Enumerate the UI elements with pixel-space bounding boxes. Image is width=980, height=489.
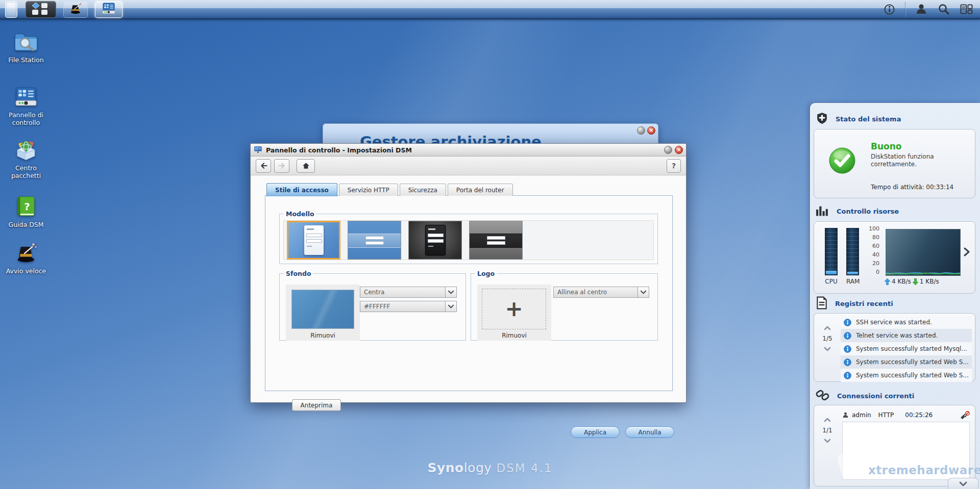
taskbar (0, 0, 980, 19)
background-color-select[interactable]: #FFFFFF (360, 301, 457, 312)
cpu-meter (825, 228, 838, 275)
chevron-down-icon (959, 481, 967, 486)
system-info-button[interactable] (883, 3, 896, 16)
control-panel-icon (14, 86, 38, 108)
upload-arrow-icon (885, 278, 890, 285)
logo-upload-dropzone[interactable]: + (482, 289, 546, 329)
help-button[interactable]: ? (667, 159, 681, 173)
tab-porta-del-router[interactable]: Porta del router (448, 184, 513, 196)
control-panel-icon (102, 2, 116, 16)
home-button[interactable] (297, 159, 315, 173)
system-status-box: Buono DiskStation funziona correttamente… (814, 129, 975, 198)
desktop-icon-label: Avvio veloce (6, 267, 46, 275)
main-menu-button[interactable] (26, 1, 56, 18)
logo-align-select[interactable]: Allinea al centro (553, 287, 649, 298)
log-list: SSH service was started. Telnet service … (841, 316, 972, 382)
show-desktop-button[interactable] (5, 1, 17, 18)
pager-down-button[interactable] (824, 439, 831, 443)
connections-header: Connessioni correnti (816, 388, 914, 404)
template-option-dark-card[interactable] (408, 221, 462, 260)
user-menu-button[interactable] (915, 3, 928, 16)
pager-up-button[interactable] (824, 418, 831, 422)
tab-stile-di-accesso[interactable]: Stile di accesso (266, 183, 337, 196)
search-button[interactable] (937, 3, 950, 16)
disconnect-button[interactable] (960, 411, 970, 419)
resource-next-button[interactable] (964, 247, 970, 258)
pager-down-button[interactable] (824, 347, 831, 351)
background-thumbnail[interactable] (291, 290, 354, 329)
back-button[interactable] (256, 159, 271, 173)
desktop-icon-quick-start[interactable]: Avvio veloce (2, 242, 51, 275)
widget-title: Controllo risorse (837, 208, 899, 215)
log-entry: System successfully started Web S... (841, 369, 972, 382)
desktop-icon-control-panel[interactable]: Pannello di controllo (2, 86, 51, 126)
shield-icon (816, 112, 828, 126)
tab-content-panel: Modello (265, 195, 673, 391)
apply-button[interactable]: Applica (571, 426, 620, 438)
brand-strong: Syno (427, 460, 463, 475)
cancel-button[interactable]: Annulla (625, 426, 674, 438)
pager-up-button[interactable] (824, 326, 831, 330)
close-button[interactable]: × (675, 146, 683, 154)
log-document-icon (816, 296, 828, 311)
chevron-down-icon (445, 301, 456, 312)
home-icon (302, 162, 310, 170)
info-icon (884, 4, 895, 15)
connection-row: admin HTTP 00:25:26 (842, 409, 970, 421)
background-position-select[interactable]: Centra (360, 287, 457, 298)
background-thumbnail-box: Rimuovi (286, 285, 360, 341)
desktop-icon-file-station[interactable]: File Station (2, 31, 51, 64)
dialog-title: Pannello di controllo - Impostazioni DSM (266, 146, 412, 154)
logo-remove-button[interactable]: Rimuovi (477, 332, 551, 339)
tab-servizio-http[interactable]: Servizio HTTP (339, 184, 398, 196)
sidebar-collapse-button[interactable] (948, 478, 978, 489)
logo-fieldset: Logo + Rimuovi Allinea al centro (471, 270, 658, 341)
download-arrow-icon (913, 278, 918, 285)
dialog-toolbar: ? (251, 157, 686, 175)
file-station-icon (14, 31, 38, 53)
background-legend: Sfondo (284, 270, 313, 277)
chevron-down-icon (445, 287, 456, 297)
user-icon (915, 3, 927, 15)
status-value: Buono (871, 141, 952, 151)
control-panel-icon (254, 146, 262, 154)
pager-value: 1/1 (822, 427, 832, 434)
tab-sicurezza[interactable]: Sicurezza (400, 184, 446, 196)
template-option-dark-band[interactable] (469, 221, 523, 260)
preview-button[interactable]: Anteprima (292, 399, 341, 411)
resource-monitor-header: Controllo risorse (816, 204, 899, 218)
minimize-button[interactable] (637, 126, 645, 135)
info-badge-icon (844, 372, 851, 379)
taskbar-control-panel-window-button[interactable] (95, 1, 122, 18)
logo-thumbnail-box: + Rimuovi (477, 285, 551, 341)
pilot-view-button[interactable] (960, 3, 973, 16)
forward-button[interactable] (274, 159, 289, 173)
storage-manager-window[interactable]: Gestore archiviazione × (323, 123, 658, 144)
chevron-down-icon (638, 287, 649, 297)
search-icon (938, 3, 950, 15)
connection-list-area (842, 422, 970, 480)
connection-user: admin (852, 411, 871, 419)
desktop-icon-dsm-help[interactable]: ? Guida DSM (2, 195, 51, 228)
background-remove-button[interactable]: Rimuovi (286, 332, 360, 339)
background-fieldset: Sfondo Rimuovi Centra #FFFFFF (279, 270, 466, 341)
taskbar-quick-launch-button[interactable] (63, 1, 88, 18)
close-button[interactable]: × (647, 126, 655, 135)
storage-manager-title: Gestore archiviazione (360, 133, 542, 144)
close-icon: × (649, 127, 653, 133)
template-legend: Modello (284, 210, 316, 218)
desktop-icon-label: Centro pacchetti (2, 164, 51, 179)
desktop-icon-package-center[interactable]: Centro pacchetti (2, 139, 51, 179)
package-center-icon (14, 139, 38, 161)
magic-hat-icon (69, 3, 82, 16)
minimize-button[interactable] (664, 146, 672, 154)
logo-legend: Logo (475, 270, 497, 277)
desktop-icon-label: File Station (8, 56, 43, 64)
cpu-label: CPU (825, 278, 838, 285)
template-option-blue-band[interactable] (348, 221, 401, 260)
net-rates: 4 KB/s 1 KB/s (885, 278, 939, 285)
dialog-titlebar[interactable]: Pannello di controllo - Impostazioni DSM… (251, 144, 686, 157)
widgets-sidebar: Stato del sistema Buono DiskStation fun (810, 103, 980, 489)
connection-time: 00:25:26 (905, 411, 933, 419)
template-option-blue-card[interactable] (287, 221, 340, 260)
